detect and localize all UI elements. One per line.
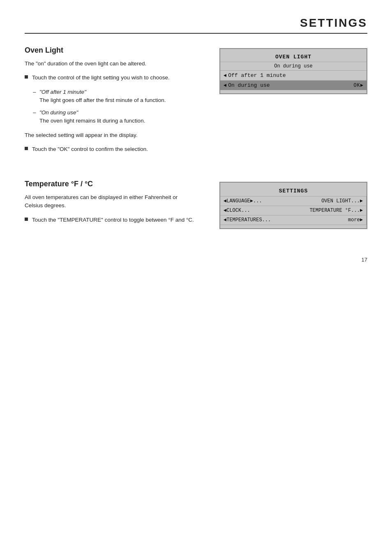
temperature-text: Temperature °F / °C All oven temperature…: [25, 180, 199, 230]
lcd-cell-temperature-f[interactable]: TEMPERATURE °F... ►: [293, 206, 367, 215]
lcd-ok-label: OK: [353, 83, 360, 88]
lcd-temps-arrow: ◄: [224, 217, 226, 223]
oven-light-bullet-list1: Touch the control of the light setting y…: [25, 74, 195, 82]
temperature-intro: All oven temperatures can be displayed i…: [25, 193, 195, 210]
oven-light-heading: Oven Light: [25, 46, 195, 55]
lcd-row-on-during[interactable]: ◄ On during use OK ►: [220, 81, 367, 90]
oven-light-section: Oven Light The "on" duration of the oven…: [25, 46, 367, 159]
lcd-off-after-label: Off after 1 minute: [228, 72, 363, 79]
lcd-settings-grid: SETTINGS ◄ LANGUAGE ►... OVEN LIGHT... ►…: [220, 186, 367, 225]
lcd-cell-clock[interactable]: ◄ CLOCK...: [220, 206, 293, 215]
page-number: 17: [362, 257, 367, 263]
lcd-more-arrow: ►: [360, 217, 363, 223]
lcd-right-arrow-ok: ►: [360, 83, 363, 88]
oven-light-lcd: OVEN LIGHT On during use ◄ Off after 1 m…: [219, 48, 367, 94]
oven-light-dash-list: "Off after 1 minute" The light goes off …: [33, 88, 195, 125]
temperature-section: Temperature °F / °C All oven temperature…: [25, 180, 367, 230]
oven-light-intro: The "on" duration of the oven light can …: [25, 60, 195, 68]
lcd-clock-arrow: ◄: [224, 208, 226, 213]
lcd-clock-label: CLOCK...: [226, 208, 250, 213]
lcd-oven-light-subtitle: On during use: [220, 62, 367, 71]
lcd-cell-oven-light[interactable]: OVEN LIGHT... ►: [293, 197, 367, 206]
page-title-area: SETTINGS: [25, 16, 367, 34]
oven-light-bullet-list2: Touch the "OK" control to confirm the se…: [25, 145, 195, 153]
oven-light-middle-text: The selected setting will appear in the …: [25, 131, 195, 139]
page-container: SETTINGS Oven Light The "on" duration of…: [0, 0, 392, 275]
lcd-on-during-label: On during use: [228, 82, 353, 88]
oven-light-text: Oven Light The "on" duration of the oven…: [25, 46, 199, 159]
oven-light-dash2: "On during use" The oven light remains l…: [33, 109, 195, 125]
temperature-lcd: SETTINGS ◄ LANGUAGE ►... OVEN LIGHT... ►…: [219, 182, 367, 229]
lcd-oven-arrow-r: ►: [360, 198, 363, 204]
temperature-heading: Temperature °F / °C: [25, 180, 195, 188]
temperature-bullet-list: Touch the "TEMPERATURE" control to toggl…: [25, 216, 195, 224]
lcd-settings-title: SETTINGS: [220, 186, 367, 197]
lcd-cell-temperatures[interactable]: ◄ TEMPERATURES...: [220, 215, 293, 225]
lcd-cell-language[interactable]: ◄ LANGUAGE ►...: [220, 197, 293, 206]
lcd-left-arrow-1: ◄: [224, 73, 226, 79]
lcd-cell-more[interactable]: more ►: [293, 215, 367, 225]
oven-light-bullet2: Touch the "OK" control to confirm the se…: [25, 145, 195, 153]
bullet-icon: [25, 75, 28, 79]
lcd-lang-arrow: ◄: [224, 198, 226, 204]
lcd-temps-label: TEMPERATURES...: [226, 217, 271, 223]
lcd-left-arrow-2: ◄: [224, 83, 226, 88]
lcd-lang-label: LANGUAGE: [226, 198, 250, 204]
temperature-bullet1: Touch the "TEMPERATURE" control to toggl…: [25, 216, 195, 224]
page-title: SETTINGS: [300, 16, 367, 29]
lcd-temp-f-label: TEMPERATURE °F...: [309, 208, 360, 213]
temperature-display-area: SETTINGS ◄ LANGUAGE ►... OVEN LIGHT... ►…: [211, 180, 367, 230]
bullet-icon-3: [25, 218, 28, 221]
lcd-more-label: more: [348, 217, 360, 223]
lcd-lang-arrow-r: ►...: [250, 198, 262, 204]
oven-light-display-area: OVEN LIGHT On during use ◄ Off after 1 m…: [211, 46, 367, 159]
lcd-oven-light-label2: OVEN LIGHT...: [321, 198, 360, 204]
lcd-oven-light-title: OVEN LIGHT: [220, 52, 367, 62]
bullet-icon-2: [25, 147, 28, 150]
lcd-temp-f-arrow: ►: [360, 208, 363, 213]
oven-light-dash1: "Off after 1 minute" The light goes off …: [33, 88, 195, 105]
lcd-row-off-after[interactable]: ◄ Off after 1 minute: [220, 71, 367, 81]
oven-light-bullet1: Touch the control of the light setting y…: [25, 74, 195, 82]
